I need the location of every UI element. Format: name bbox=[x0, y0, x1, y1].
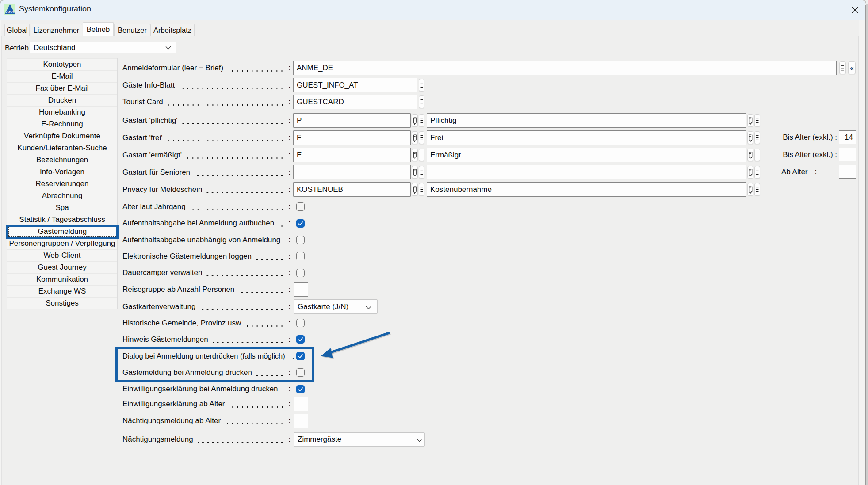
svg-text:ASA: ASA bbox=[6, 9, 14, 14]
